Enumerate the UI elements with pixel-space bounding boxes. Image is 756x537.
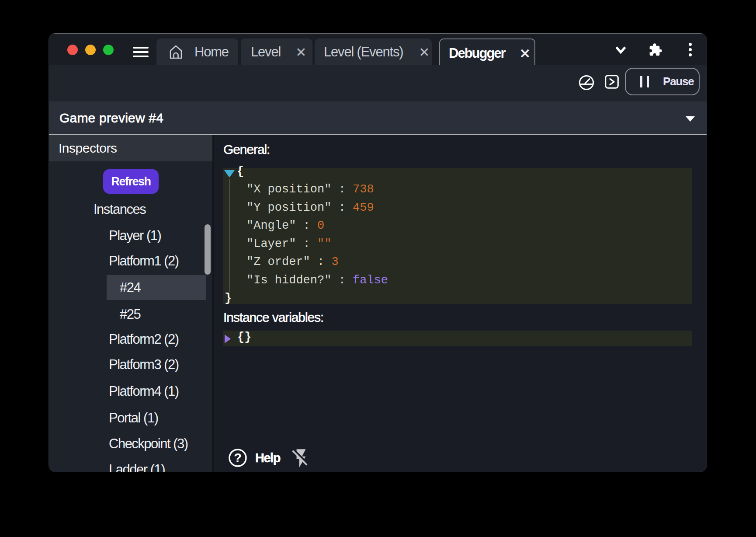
svg-text:?: ? — [234, 451, 242, 465]
